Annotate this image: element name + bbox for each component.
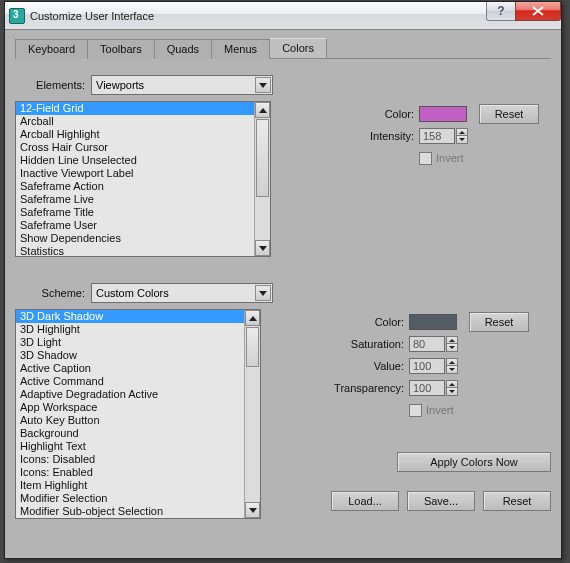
- save-button[interactable]: Save...: [407, 491, 475, 511]
- list-item[interactable]: Active Command: [16, 375, 244, 388]
- scheme-listbox[interactable]: 3D Dark Shadow3D Highlight3D Light3D Sha…: [15, 309, 261, 519]
- help-icon: ?: [497, 4, 504, 18]
- close-icon: [532, 6, 544, 16]
- scroll-up-button[interactable]: [245, 310, 260, 326]
- elements-label: Elements:: [15, 79, 91, 91]
- elements-dropdown[interactable]: Viewports: [91, 75, 273, 95]
- elements-controls: Color: Reset Intensity: 158: [341, 103, 539, 169]
- list-item[interactable]: Arcball Highlight: [16, 128, 254, 141]
- list-item[interactable]: Safeframe User: [16, 219, 254, 232]
- invert-label: Invert: [436, 152, 464, 164]
- invert-checkbox[interactable]: [419, 152, 432, 165]
- scroll-down-button[interactable]: [245, 502, 260, 518]
- scroll-down-button[interactable]: [255, 240, 270, 256]
- value-value[interactable]: 100: [409, 358, 445, 374]
- list-item[interactable]: Inactive Viewport Label: [16, 167, 254, 180]
- list-item[interactable]: Statistics: [16, 245, 254, 256]
- list-item[interactable]: Icons: Enabled: [16, 466, 244, 479]
- saturation-spinner[interactable]: 80: [409, 336, 458, 352]
- spin-up[interactable]: [446, 336, 458, 344]
- reset-button[interactable]: Reset: [483, 491, 551, 511]
- chevron-up-icon: [259, 108, 267, 113]
- tabstrip: Keyboard Toolbars Quads Menus Colors: [15, 38, 551, 59]
- intensity-label: Intensity:: [341, 130, 419, 142]
- titlebar[interactable]: Customize User Interface ?: [5, 2, 561, 30]
- app-icon: [9, 8, 25, 24]
- scrollbar[interactable]: [244, 310, 260, 518]
- list-item[interactable]: Modifier Sub-object Selection: [16, 505, 244, 518]
- spin-down[interactable]: [446, 366, 458, 374]
- scheme-dropdown[interactable]: Custom Colors: [91, 283, 273, 303]
- list-item[interactable]: Show Dependencies: [16, 232, 254, 245]
- spin-up[interactable]: [446, 358, 458, 366]
- list-item[interactable]: Item Highlight: [16, 479, 244, 492]
- list-item[interactable]: Background: [16, 427, 244, 440]
- cui-window: Customize User Interface ? Keyboard Tool…: [4, 1, 562, 559]
- scroll-thumb[interactable]: [256, 119, 269, 197]
- list-item[interactable]: Adaptive Degradation Active: [16, 388, 244, 401]
- tab-colors[interactable]: Colors: [269, 38, 327, 58]
- apply-colors-button[interactable]: Apply Colors Now: [397, 452, 551, 472]
- intensity-spinner[interactable]: 158: [419, 128, 468, 144]
- spin-up[interactable]: [456, 128, 468, 136]
- spin-down[interactable]: [456, 136, 468, 144]
- list-item[interactable]: Safeframe Title: [16, 206, 254, 219]
- reset-color-button[interactable]: Reset: [479, 104, 539, 124]
- list-item[interactable]: 12-Field Grid: [16, 102, 254, 115]
- color-label: Color:: [341, 108, 419, 120]
- scheme-controls: Color: Reset Saturation: 80 Value:: [331, 311, 551, 511]
- list-item[interactable]: Safeframe Action: [16, 180, 254, 193]
- tab-keyboard[interactable]: Keyboard: [15, 39, 88, 59]
- list-item[interactable]: App Workspace: [16, 401, 244, 414]
- load-button[interactable]: Load...: [331, 491, 399, 511]
- spin-down[interactable]: [446, 344, 458, 352]
- invert-label: Invert: [426, 404, 454, 416]
- chevron-down-icon: [259, 246, 267, 251]
- scrollbar[interactable]: [254, 102, 270, 256]
- list-item[interactable]: Highlight Text: [16, 440, 244, 453]
- window-title: Customize User Interface: [30, 10, 154, 22]
- intensity-value[interactable]: 158: [419, 128, 455, 144]
- scroll-up-button[interactable]: [255, 102, 270, 118]
- help-button[interactable]: ?: [486, 2, 516, 21]
- list-item[interactable]: Safeframe Live: [16, 193, 254, 206]
- saturation-value[interactable]: 80: [409, 336, 445, 352]
- list-item[interactable]: Modifier Selection: [16, 492, 244, 505]
- list-item[interactable]: 3D Highlight: [16, 323, 244, 336]
- list-item[interactable]: Active Caption: [16, 362, 244, 375]
- tab-toolbars[interactable]: Toolbars: [87, 39, 155, 59]
- color-swatch[interactable]: [419, 106, 467, 122]
- list-item[interactable]: Hidden Line Unselected: [16, 154, 254, 167]
- transparency-value[interactable]: 100: [409, 380, 445, 396]
- list-item[interactable]: 3D Dark Shadow: [16, 310, 244, 323]
- tab-quads[interactable]: Quads: [154, 39, 212, 59]
- dropdown-arrow-icon: [255, 77, 271, 93]
- tab-menus[interactable]: Menus: [211, 39, 270, 59]
- list-item[interactable]: Icons: Disabled: [16, 453, 244, 466]
- list-item[interactable]: 3D Shadow: [16, 349, 244, 362]
- list-item[interactable]: Cross Hair Cursor: [16, 141, 254, 154]
- transparency-spinner[interactable]: 100: [409, 380, 458, 396]
- invert-checkbox[interactable]: [409, 404, 422, 417]
- spin-up[interactable]: [446, 380, 458, 388]
- transparency-label: Transparency:: [331, 382, 409, 394]
- spin-down[interactable]: [446, 388, 458, 396]
- value-spinner[interactable]: 100: [409, 358, 458, 374]
- elements-listbox[interactable]: 12-Field GridArcballArcball HighlightCro…: [15, 101, 271, 257]
- reset-color-button[interactable]: Reset: [469, 312, 529, 332]
- scheme-dropdown-value: Custom Colors: [96, 287, 169, 299]
- list-item[interactable]: Auto Key Button: [16, 414, 244, 427]
- client-area: Keyboard Toolbars Quads Menus Colors Ele…: [5, 30, 561, 558]
- scheme-section: Scheme: Custom Colors 3D Dark Shadow3D H…: [15, 283, 551, 519]
- color-swatch[interactable]: [409, 314, 457, 330]
- chevron-up-icon: [249, 316, 257, 321]
- close-button[interactable]: [515, 2, 561, 21]
- elements-dropdown-value: Viewports: [96, 79, 144, 91]
- list-item[interactable]: 3D Light: [16, 336, 244, 349]
- value-label: Value:: [331, 360, 409, 372]
- dropdown-arrow-icon: [255, 285, 271, 301]
- list-item[interactable]: Arcball: [16, 115, 254, 128]
- color-label: Color:: [331, 316, 409, 328]
- scroll-thumb[interactable]: [246, 327, 259, 367]
- elements-section: Elements: Viewports 12-Field GridArcball…: [15, 75, 551, 257]
